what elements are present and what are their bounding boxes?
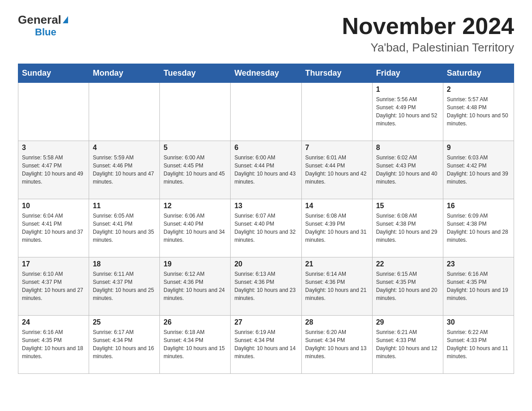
logo-triangle-icon	[63, 16, 68, 23]
calendar-cell	[89, 83, 160, 141]
day-number: 27	[234, 318, 297, 326]
calendar-cell: 19Sunrise: 6:12 AMSunset: 4:36 PMDayligh…	[160, 257, 231, 316]
day-number: 4	[93, 144, 156, 152]
calendar-cell: 7Sunrise: 6:01 AMSunset: 4:44 PMDaylight…	[301, 141, 372, 199]
day-info: Sunrise: 5:56 AMSunset: 4:49 PMDaylight:…	[376, 95, 439, 128]
day-number: 17	[22, 260, 85, 268]
calendar-cell: 22Sunrise: 6:15 AMSunset: 4:35 PMDayligh…	[372, 257, 443, 316]
day-info: Sunrise: 6:07 AMSunset: 4:40 PMDaylight:…	[234, 212, 297, 244]
calendar-cell: 26Sunrise: 6:18 AMSunset: 4:34 PMDayligh…	[160, 316, 231, 374]
weekday-header-row: SundayMondayTuesdayWednesdayThursdayFrid…	[18, 64, 514, 83]
calendar-cell	[301, 83, 372, 141]
calendar-cell: 25Sunrise: 6:17 AMSunset: 4:34 PMDayligh…	[89, 316, 160, 374]
week-row-1: 1Sunrise: 5:56 AMSunset: 4:49 PMDaylight…	[18, 83, 514, 141]
day-info: Sunrise: 6:09 AMSunset: 4:38 PMDaylight:…	[447, 212, 510, 244]
calendar-cell: 9Sunrise: 6:03 AMSunset: 4:42 PMDaylight…	[443, 141, 514, 199]
day-info: Sunrise: 6:00 AMSunset: 4:45 PMDaylight:…	[163, 154, 227, 186]
day-info: Sunrise: 6:03 AMSunset: 4:42 PMDaylight:…	[447, 154, 510, 186]
day-info: Sunrise: 6:06 AMSunset: 4:40 PMDaylight:…	[163, 212, 227, 244]
logo-general-text: General	[18, 13, 68, 26]
day-number: 11	[93, 202, 156, 210]
day-info: Sunrise: 6:21 AMSunset: 4:33 PMDaylight:…	[376, 328, 439, 360]
day-number: 14	[305, 202, 369, 210]
calendar-cell: 8Sunrise: 6:02 AMSunset: 4:43 PMDaylight…	[372, 141, 443, 199]
day-info: Sunrise: 6:05 AMSunset: 4:41 PMDaylight:…	[93, 212, 156, 244]
day-number: 16	[447, 202, 510, 210]
logo: General Blue	[18, 13, 68, 38]
calendar-cell: 14Sunrise: 6:08 AMSunset: 4:39 PMDayligh…	[301, 199, 372, 257]
week-row-5: 24Sunrise: 6:16 AMSunset: 4:35 PMDayligh…	[18, 316, 514, 374]
calendar-cell: 20Sunrise: 6:13 AMSunset: 4:36 PMDayligh…	[231, 257, 301, 316]
day-number: 28	[305, 318, 369, 326]
calendar-cell: 1Sunrise: 5:56 AMSunset: 4:49 PMDaylight…	[372, 83, 443, 141]
day-number: 13	[234, 202, 297, 210]
day-number: 23	[447, 260, 510, 268]
week-row-2: 3Sunrise: 5:58 AMSunset: 4:47 PMDaylight…	[18, 141, 514, 199]
calendar-table: SundayMondayTuesdayWednesdayThursdayFrid…	[18, 64, 514, 374]
day-number: 25	[93, 318, 156, 326]
weekday-header-friday: Friday	[372, 64, 443, 83]
day-info: Sunrise: 6:19 AMSunset: 4:34 PMDaylight:…	[234, 328, 297, 360]
day-info: Sunrise: 5:58 AMSunset: 4:47 PMDaylight:…	[22, 154, 85, 186]
day-number: 1	[376, 86, 439, 94]
day-info: Sunrise: 6:20 AMSunset: 4:34 PMDaylight:…	[305, 328, 369, 360]
calendar-cell: 5Sunrise: 6:00 AMSunset: 4:45 PMDaylight…	[160, 141, 231, 199]
day-number: 26	[163, 318, 227, 326]
day-number: 12	[163, 202, 227, 210]
day-info: Sunrise: 6:17 AMSunset: 4:34 PMDaylight:…	[93, 328, 156, 360]
calendar-cell	[160, 83, 231, 141]
calendar-cell: 28Sunrise: 6:20 AMSunset: 4:34 PMDayligh…	[301, 316, 372, 374]
day-number: 22	[376, 260, 439, 268]
calendar-cell: 24Sunrise: 6:16 AMSunset: 4:35 PMDayligh…	[18, 316, 89, 374]
day-info: Sunrise: 6:18 AMSunset: 4:34 PMDaylight:…	[163, 328, 227, 360]
day-info: Sunrise: 6:11 AMSunset: 4:37 PMDaylight:…	[93, 270, 156, 302]
day-number: 10	[22, 202, 85, 210]
calendar-cell: 4Sunrise: 5:59 AMSunset: 4:46 PMDaylight…	[89, 141, 160, 199]
day-number: 21	[305, 260, 369, 268]
day-info: Sunrise: 6:13 AMSunset: 4:36 PMDaylight:…	[234, 270, 297, 302]
calendar-cell: 3Sunrise: 5:58 AMSunset: 4:47 PMDaylight…	[18, 141, 89, 199]
title-block: November 2024 Ya'bad, Palestinian Territ…	[342, 13, 514, 55]
calendar-subtitle: Ya'bad, Palestinian Territory	[342, 41, 514, 55]
day-info: Sunrise: 6:16 AMSunset: 4:35 PMDaylight:…	[22, 328, 85, 360]
day-number: 18	[93, 260, 156, 268]
calendar-cell: 11Sunrise: 6:05 AMSunset: 4:41 PMDayligh…	[89, 199, 160, 257]
day-number: 15	[376, 202, 439, 210]
calendar-cell: 29Sunrise: 6:21 AMSunset: 4:33 PMDayligh…	[372, 316, 443, 374]
day-number: 2	[447, 86, 510, 94]
day-info: Sunrise: 6:10 AMSunset: 4:37 PMDaylight:…	[22, 270, 85, 302]
weekday-header-tuesday: Tuesday	[160, 64, 231, 83]
logo-blue-text: Blue	[35, 26, 56, 38]
calendar-cell: 17Sunrise: 6:10 AMSunset: 4:37 PMDayligh…	[18, 257, 89, 316]
day-number: 7	[305, 144, 369, 152]
calendar-cell: 13Sunrise: 6:07 AMSunset: 4:40 PMDayligh…	[231, 199, 301, 257]
day-number: 19	[163, 260, 227, 268]
day-number: 3	[22, 144, 85, 152]
calendar-cell	[18, 83, 89, 141]
calendar-cell	[231, 83, 301, 141]
calendar-cell: 16Sunrise: 6:09 AMSunset: 4:38 PMDayligh…	[443, 199, 514, 257]
day-info: Sunrise: 6:22 AMSunset: 4:33 PMDaylight:…	[447, 328, 510, 360]
day-number: 20	[234, 260, 297, 268]
day-info: Sunrise: 5:59 AMSunset: 4:46 PMDaylight:…	[93, 154, 156, 186]
calendar-cell: 12Sunrise: 6:06 AMSunset: 4:40 PMDayligh…	[160, 199, 231, 257]
day-number: 6	[234, 144, 297, 152]
day-number: 5	[163, 144, 227, 152]
day-info: Sunrise: 6:01 AMSunset: 4:44 PMDaylight:…	[305, 154, 369, 186]
day-info: Sunrise: 6:14 AMSunset: 4:36 PMDaylight:…	[305, 270, 369, 302]
day-info: Sunrise: 6:15 AMSunset: 4:35 PMDaylight:…	[376, 270, 439, 302]
day-info: Sunrise: 6:02 AMSunset: 4:43 PMDaylight:…	[376, 154, 439, 186]
calendar-cell: 2Sunrise: 5:57 AMSunset: 4:48 PMDaylight…	[443, 83, 514, 141]
weekday-header-thursday: Thursday	[301, 64, 372, 83]
calendar-cell: 23Sunrise: 6:16 AMSunset: 4:35 PMDayligh…	[443, 257, 514, 316]
day-number: 8	[376, 144, 439, 152]
day-number: 30	[447, 318, 510, 326]
day-info: Sunrise: 6:04 AMSunset: 4:41 PMDaylight:…	[22, 212, 85, 244]
week-row-3: 10Sunrise: 6:04 AMSunset: 4:41 PMDayligh…	[18, 199, 514, 257]
calendar-title: November 2024	[342, 13, 514, 39]
calendar-cell: 6Sunrise: 6:00 AMSunset: 4:44 PMDaylight…	[231, 141, 301, 199]
day-info: Sunrise: 6:16 AMSunset: 4:35 PMDaylight:…	[447, 270, 510, 302]
calendar-cell: 10Sunrise: 6:04 AMSunset: 4:41 PMDayligh…	[18, 199, 89, 257]
header: General Blue November 2024 Ya'bad, Pales…	[18, 13, 514, 55]
calendar-cell: 15Sunrise: 6:08 AMSunset: 4:38 PMDayligh…	[372, 199, 443, 257]
